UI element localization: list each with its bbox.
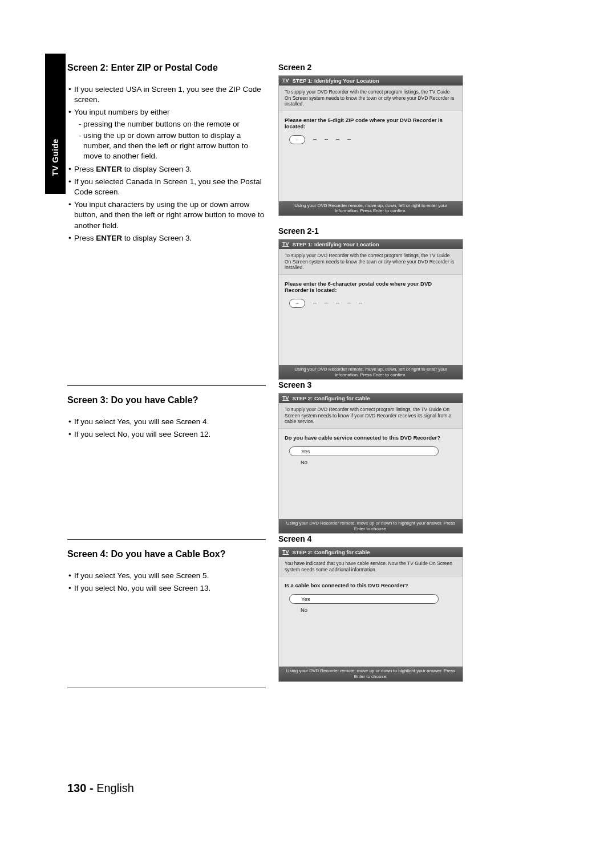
zip-digit-4[interactable]	[336, 139, 339, 140]
sub-bullets: pressing the number buttons on the remot…	[74, 119, 265, 162]
bullet-item: You input characters by using the up or …	[67, 200, 265, 231]
tv-screen-2-1: TV STEP 1: Identifying Your Location To …	[278, 239, 463, 380]
bullet-item: If you select Yes, you will see Screen 5…	[67, 571, 265, 581]
postal-char-2[interactable]	[313, 303, 317, 303]
tv-header: TV STEP 1: Identifying Your Location	[279, 76, 463, 86]
zip-digit-3[interactable]	[325, 139, 328, 140]
left-col-screen-2: Screen 2: Enter ZIP or Postal Code If yo…	[67, 63, 278, 246]
tv-logo-icon: TV	[282, 78, 289, 83]
screen-2-1-label: Screen 2-1	[278, 226, 524, 235]
row-screen-2: Screen 2: Enter ZIP or Postal Code If yo…	[67, 63, 546, 390]
tv-body: Is a cable box connected to this DVD Rec…	[279, 576, 463, 667]
bullet-item: You input numbers by either pressing the…	[67, 107, 265, 161]
bullet-item: Press ENTER to display Screen 3.	[67, 233, 265, 243]
text-frag: Press	[74, 234, 96, 242]
tv-header: TV STEP 2: Configuring for Cable	[279, 393, 463, 403]
text-frag: Press	[74, 165, 96, 173]
tv-header-text: STEP 2: Configuring for Cable	[293, 549, 370, 555]
postal-char-4[interactable]	[336, 303, 339, 303]
postal-char-1[interactable]: –	[289, 299, 305, 308]
bullet-item: If you selected USA in Screen 1, you see…	[67, 84, 265, 105]
tv-body: Do you have cable service connected to t…	[279, 429, 463, 519]
tv-intro: To supply your DVD Recorder with correct…	[279, 403, 463, 429]
tv-prompt: Do you have cable service connected to t…	[285, 434, 457, 441]
bullets-screen-3: If you select Yes, you will see Screen 4…	[67, 417, 265, 440]
tv-screen-3: TV STEP 2: Configuring for Cable To supp…	[278, 393, 463, 534]
tv-logo-icon: TV	[282, 550, 289, 555]
tv-prompt: Is a cable box connected to this DVD Rec…	[285, 582, 457, 588]
right-col-screens-2: Screen 2 TV STEP 1: Identifying Your Loc…	[278, 63, 524, 390]
tv-footer: Using your DVD Recorder remote, move up,…	[279, 201, 463, 216]
heading-screen-4: Screen 4: Do you have a Cable Box?	[67, 549, 265, 559]
postal-char-5[interactable]	[347, 303, 351, 303]
right-col-screen-3: Screen 3 TV STEP 2: Configuring for Cabl…	[278, 380, 524, 544]
sub-item: pressing the number buttons on the remot…	[79, 119, 265, 129]
content-area: Screen 2: Enter ZIP or Postal Code If yo…	[67, 63, 546, 688]
text-frag: to display Screen 3.	[122, 234, 192, 242]
postal-char-6[interactable]	[359, 303, 362, 303]
bullet-item: Press ENTER to display Screen 3.	[67, 164, 265, 174]
text-bold: ENTER	[96, 234, 122, 242]
tv-header: TV STEP 2: Configuring for Cable	[279, 547, 463, 557]
section-rule	[67, 539, 266, 540]
tv-logo-icon: TV	[282, 396, 289, 401]
tv-intro: To supply your DVD Recorder with the cor…	[279, 249, 463, 275]
bullets-screen-2: If you selected USA in Screen 1, you see…	[67, 84, 265, 243]
postal-char-3[interactable]	[325, 303, 328, 303]
option-no[interactable]: No	[289, 458, 457, 466]
option-no[interactable]: No	[289, 606, 457, 614]
postal-input-row: –	[289, 299, 457, 308]
tv-footer: Using your DVD Recorder remote, move up,…	[279, 365, 463, 379]
left-col-screen-4: Screen 4: Do you have a Cable Box? If yo…	[67, 549, 278, 596]
section-rule	[67, 385, 266, 386]
bullet-item: If you selected Canada in Screen 1, you …	[67, 177, 265, 197]
tv-prompt: Please enter the 6-character postal code…	[285, 281, 457, 293]
manual-page: TV Guide Screen 2: Enter ZIP or Postal C…	[0, 0, 616, 845]
tv-intro: To supply your DVD Recorder with the cor…	[279, 86, 463, 111]
text-bold: ENTER	[96, 165, 122, 173]
option-list: Yes No	[289, 594, 457, 614]
tv-intro: You have indicated that you have cable s…	[279, 557, 463, 576]
tv-header: TV STEP 1: Identifying Your Location	[279, 239, 463, 249]
zip-digit-2[interactable]	[313, 139, 317, 140]
tv-header-text: STEP 2: Configuring for Cable	[293, 395, 370, 401]
left-col-screen-3: Screen 3: Do you have Cable? If you sele…	[67, 395, 278, 442]
tv-logo-icon: TV	[282, 242, 289, 247]
tv-screen-4: TV STEP 2: Configuring for Cable You hav…	[278, 547, 463, 681]
bullet-item: If you select No, you will see Screen 13…	[67, 583, 265, 594]
bullets-screen-4: If you select Yes, you will see Screen 5…	[67, 571, 265, 594]
heading-screen-2: Screen 2: Enter ZIP or Postal Code	[67, 63, 265, 73]
row-screen-3: Screen 3: Do you have Cable? If you sele…	[67, 395, 546, 544]
tv-footer: Using your DVD Recorder remote, move up …	[279, 519, 463, 533]
row-screen-4: Screen 4: Do you have a Cable Box? If yo…	[67, 549, 546, 692]
zip-digit-1[interactable]: –	[289, 135, 305, 144]
bullet-item: If you select No, you will see Screen 12…	[67, 429, 265, 440]
right-col-screen-4: Screen 4 TV STEP 2: Configuring for Cabl…	[278, 534, 524, 692]
section-rule	[67, 688, 266, 688]
page-language: English	[96, 782, 134, 794]
tv-body: Please enter the 6-character postal code…	[279, 275, 463, 365]
screen-2-label: Screen 2	[278, 63, 524, 72]
zip-input-row: –	[289, 135, 457, 144]
tv-body: Please enter the 5-digit ZIP code where …	[279, 111, 463, 201]
tv-prompt: Please enter the 5-digit ZIP code where …	[285, 117, 457, 129]
tv-header-text: STEP 1: Identifying Your Location	[293, 78, 379, 84]
tv-screen-2: TV STEP 1: Identifying Your Location To …	[278, 75, 463, 216]
page-number: 130 - English	[67, 782, 134, 795]
side-tab-label: TV Guide	[51, 139, 60, 176]
heading-screen-3: Screen 3: Do you have Cable?	[67, 395, 265, 405]
bullet-text: You input numbers by either	[74, 108, 170, 116]
text-frag: to display Screen 3.	[122, 165, 192, 173]
zip-digit-5[interactable]	[347, 139, 351, 140]
screen-4-label: Screen 4	[278, 534, 524, 543]
option-yes[interactable]: Yes	[289, 594, 439, 604]
screen-3-label: Screen 3	[278, 380, 524, 389]
bullet-item: If you select Yes, you will see Screen 4…	[67, 417, 265, 427]
tv-footer: Using your DVD Recorder remote, move up …	[279, 667, 463, 681]
sub-item: using the up or down arrow button to dis…	[79, 131, 265, 162]
option-yes[interactable]: Yes	[289, 446, 439, 456]
page-number-value: 130 -	[67, 782, 94, 794]
option-list: Yes No	[289, 446, 457, 466]
side-tab: TV Guide	[45, 54, 66, 194]
tv-header-text: STEP 1: Identifying Your Location	[293, 241, 379, 247]
